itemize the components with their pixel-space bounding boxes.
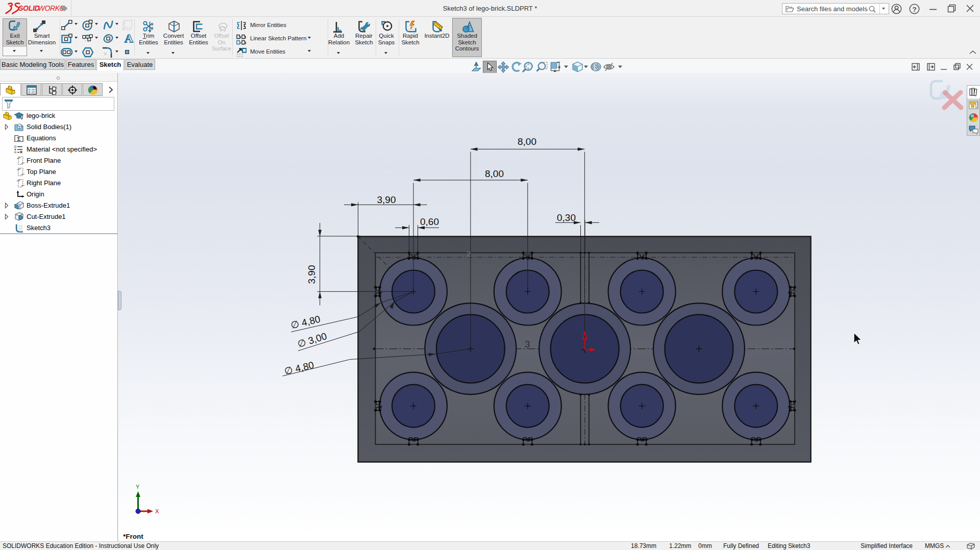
svg-text:A: A (125, 33, 134, 44)
svg-text:0,30: 0,30 (557, 212, 576, 223)
svg-text:Y: Y (136, 484, 140, 490)
svg-text:∅ 4,80: ∅ 4,80 (283, 360, 315, 377)
svg-text:3: 3 (525, 339, 530, 349)
svg-text:8,00: 8,00 (518, 136, 536, 147)
svg-text:∅ 4,80: ∅ 4,80 (289, 314, 321, 331)
svg-text:*Front: *Front (123, 533, 143, 540)
svg-text:2: 2 (467, 249, 471, 258)
svg-text:3,90: 3,90 (306, 265, 317, 284)
svg-text:0,60: 0,60 (420, 216, 439, 227)
svg-text:∅ 3,00: ∅ 3,00 (296, 331, 328, 349)
svg-text:8,00: 8,00 (485, 168, 504, 179)
svg-text:X: X (155, 508, 159, 514)
svg-text:Σ: Σ (17, 136, 21, 142)
svg-text:?: ? (912, 6, 916, 13)
svg-text:3,90: 3,90 (377, 194, 396, 205)
